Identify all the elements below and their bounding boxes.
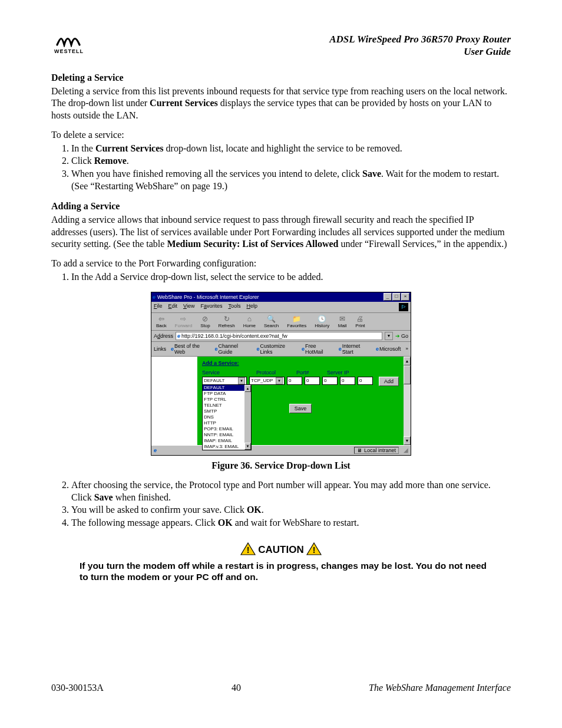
mail-button[interactable]: ✉Mail — [338, 315, 347, 328]
service-dropdown-list[interactable]: DEFAULT FTP DATA FTP CTRL TELNET SMTP DN… — [202, 384, 252, 450]
status-icon: e — [154, 447, 157, 453]
service-option[interactable]: HTTP — [203, 420, 251, 426]
list-scrollbar[interactable]: ▲ ▼ — [244, 385, 251, 450]
scroll-track[interactable] — [404, 384, 411, 436]
service-option[interactable]: DEFAULT — [203, 385, 251, 391]
logo-mark-icon — [56, 33, 82, 47]
para-add-intro: Adding a service allows that inbound ser… — [51, 214, 511, 251]
list-item: The following message appears. Click OK … — [71, 517, 511, 529]
scroll-up-icon[interactable]: ▲ — [404, 357, 411, 365]
save-button[interactable]: Save — [289, 404, 312, 413]
para-delete-intro: Deleting a service from this list preven… — [51, 85, 511, 122]
menubar: File Edit View Favorites Tools Help 🏳 — [151, 302, 411, 313]
link-istart[interactable]: eInternet Start — [339, 343, 371, 355]
ie-throbber-icon: 🏳 — [399, 303, 408, 311]
doc-title: ADSL WireSpeed Pro 36R570 Proxy Router U… — [329, 33, 511, 58]
caution-label: CAUTION — [258, 544, 303, 555]
col-server: Server IP — [327, 370, 349, 375]
footer-right: The WebShare Management Interface — [369, 683, 511, 693]
menu-favorites[interactable]: Favorites — [200, 303, 222, 311]
list-item: In the Current Services drop-down list, … — [71, 143, 511, 155]
service-option[interactable]: IMAP: EMAIL — [203, 438, 251, 444]
zone-icon: 🖥 — [357, 447, 362, 453]
status-bar: e 🖥 Local intranet ◢ — [151, 445, 411, 455]
menu-help[interactable]: Help — [246, 303, 257, 311]
address-dropdown[interactable]: ▼ — [385, 332, 393, 340]
svg-text:!: ! — [312, 545, 315, 555]
link-customize[interactable]: eCustomize Links — [256, 343, 297, 355]
scroll-up-icon[interactable]: ▲ — [244, 385, 251, 392]
logo-text: WESTELL — [54, 48, 84, 54]
favorites-button[interactable]: 📁Favorites — [287, 315, 306, 328]
panel-title: Add a Service: — [202, 360, 399, 366]
chevron-down-icon: ▼ — [276, 377, 283, 384]
service-option[interactable]: FTP CTRL — [203, 397, 251, 403]
menu-edit[interactable]: Edit — [168, 303, 178, 311]
add-button[interactable]: Add — [379, 377, 399, 386]
list-item: Click Remove. — [71, 155, 511, 167]
list-item: When you have finished removing all the … — [71, 168, 511, 193]
scroll-down-icon[interactable]: ▼ — [244, 443, 251, 450]
service-option[interactable]: TELNET — [203, 403, 251, 409]
figure-36: e WebShare Pro - Microsoft Internet Expl… — [51, 292, 511, 456]
ip-field-1[interactable]: 0 — [305, 377, 320, 385]
service-option[interactable]: NNTP: EMAIL — [203, 432, 251, 438]
address-label: Address — [154, 333, 173, 339]
figure-caption: Figure 36. Service Drop-down List — [51, 460, 511, 471]
maximize-button[interactable]: □ — [392, 293, 401, 301]
back-button[interactable]: ⇦Back — [156, 315, 167, 328]
main-panel: Add a Service: Service Protocol Port# Se… — [197, 357, 404, 445]
refresh-button[interactable]: ↻Refresh — [219, 315, 235, 328]
history-button[interactable]: 🕓History — [315, 315, 329, 328]
service-option[interactable]: SMTP — [203, 409, 251, 414]
close-button[interactable]: × — [401, 293, 409, 301]
caution-block: ! CAUTION ! If you turn the modem off wh… — [51, 542, 511, 583]
link-hotmail[interactable]: eFree HotMail — [302, 343, 334, 355]
address-bar: Address ehttp://192.168.0.1/cgi-bin/cont… — [151, 331, 411, 342]
ip-field-2[interactable]: 0 — [322, 377, 338, 385]
menu-view[interactable]: View — [183, 303, 194, 311]
resize-grip-icon[interactable]: ◢ — [401, 447, 408, 453]
ie-icon: e — [153, 294, 156, 300]
search-button[interactable]: 🔍Search — [264, 315, 279, 328]
security-zone: 🖥 Local intranet — [354, 447, 399, 454]
service-option[interactable]: POP3: EMAIL — [203, 426, 251, 432]
home-button[interactable]: ⌂Home — [243, 315, 256, 328]
service-select-wrap: DEFAULT ▼ DEFAULT FTP DATA FTP CTRL TELN… — [202, 377, 247, 385]
scroll-thumb[interactable] — [404, 365, 411, 384]
heading-deleting: Deleting a Service — [51, 73, 511, 83]
links-overflow[interactable]: » — [406, 346, 408, 351]
doc-title-line2: User Guide — [329, 45, 511, 58]
window-titlebar: e WebShare Pro - Microsoft Internet Expl… — [151, 292, 411, 302]
input-row: DEFAULT ▼ DEFAULT FTP DATA FTP CTRL TELN… — [202, 377, 399, 386]
port-field[interactable]: 0 — [287, 377, 302, 385]
page-footer: 030-300153A 40 The WebShare Management I… — [51, 683, 511, 693]
service-option[interactable]: IMAP.v.3: EMAIL — [203, 444, 251, 450]
links-bar: Links eBest of the Web eChannel Guide eC… — [151, 342, 411, 357]
address-input[interactable]: ehttp://192.168.0.1/cgi-bin/content.exe?… — [176, 332, 382, 340]
ip-field-3[interactable]: 0 — [340, 377, 355, 385]
menu-file[interactable]: File — [154, 303, 163, 311]
list-delete: In the Current Services drop-down list, … — [51, 143, 511, 193]
svg-text:!: ! — [247, 545, 250, 555]
forward-button: ⇨Forward — [175, 315, 192, 328]
print-button[interactable]: 🖨Print — [355, 315, 365, 328]
go-button[interactable]: ➔Go — [395, 333, 408, 339]
footer-left: 030-300153A — [51, 683, 104, 693]
protocol-select[interactable]: TCP_UDP ▼ — [249, 377, 285, 385]
minimize-button[interactable]: _ — [384, 293, 392, 301]
service-option[interactable]: FTP DATA — [203, 391, 251, 397]
service-select[interactable]: DEFAULT ▼ — [202, 377, 247, 385]
footer-page: 40 — [232, 683, 241, 693]
link-best[interactable]: eBest of the Web — [171, 343, 210, 355]
ip-field-4[interactable]: 0 — [358, 377, 373, 385]
scroll-down-icon[interactable]: ▼ — [404, 436, 411, 445]
stop-button[interactable]: ⊘Stop — [200, 315, 210, 328]
ie-window: e WebShare Pro - Microsoft Internet Expl… — [151, 292, 411, 456]
link-channel[interactable]: eChannel Guide — [215, 343, 252, 355]
westell-logo: WESTELL — [51, 33, 87, 54]
menu-tools[interactable]: Tools — [228, 303, 240, 311]
service-option[interactable]: DNS — [203, 414, 251, 420]
vertical-scrollbar[interactable]: ▲ ▼ — [404, 357, 411, 445]
link-ms[interactable]: eMicrosoft — [376, 346, 401, 352]
